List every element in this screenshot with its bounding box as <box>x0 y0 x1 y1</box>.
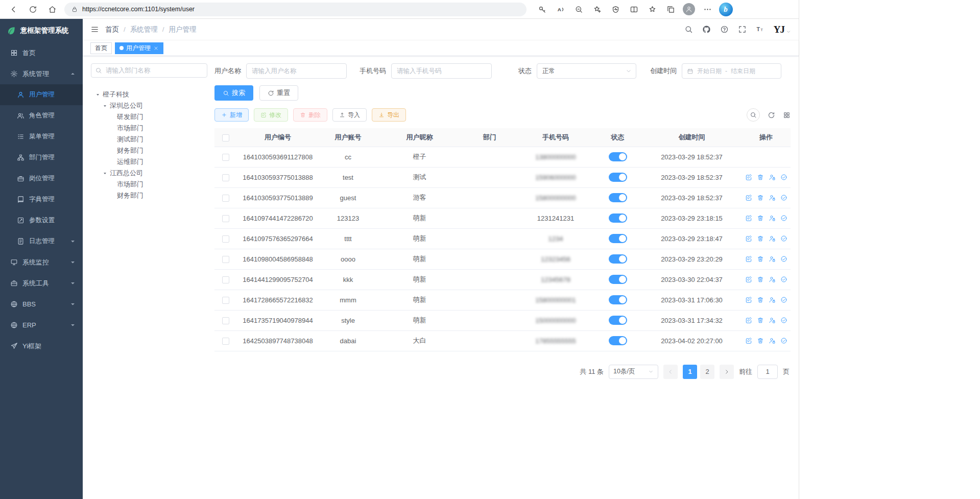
browser-essentials-icon[interactable] <box>606 2 625 17</box>
sidebar-item-部门管理[interactable]: 部门管理 <box>0 147 83 168</box>
delete-icon[interactable] <box>757 255 764 263</box>
row-checkbox[interactable] <box>222 235 229 243</box>
tree-node-市场部门[interactable]: 市场部门 <box>91 179 207 190</box>
export-button[interactable]: 导出 <box>372 108 406 122</box>
reset-button[interactable]: 重置 <box>259 85 298 101</box>
split-screen-icon[interactable] <box>625 2 643 17</box>
edit-icon[interactable] <box>745 194 752 201</box>
github-icon[interactable] <box>702 25 711 34</box>
edit-icon[interactable] <box>745 296 752 303</box>
row-checkbox[interactable] <box>222 256 229 263</box>
tree-node-深圳总公司[interactable]: 深圳总公司 <box>91 100 207 111</box>
question-icon[interactable] <box>720 25 729 34</box>
edit-icon[interactable] <box>745 337 752 344</box>
sidebar-item-首页[interactable]: 首页 <box>0 42 83 63</box>
delete-icon[interactable] <box>757 194 764 201</box>
grid-icon[interactable] <box>783 111 791 119</box>
sidebar-item-岗位管理[interactable]: 岗位管理 <box>0 168 83 189</box>
reset-password-icon[interactable] <box>769 174 776 181</box>
delete-button[interactable]: 删除 <box>293 108 327 122</box>
status-toggle[interactable] <box>609 295 627 304</box>
row-checkbox[interactable] <box>222 215 229 222</box>
add-button[interactable]: 新增 <box>214 108 249 122</box>
delete-icon[interactable] <box>757 337 764 344</box>
delete-icon[interactable] <box>757 296 764 303</box>
tree-node-市场部门[interactable]: 市场部门 <box>91 123 207 134</box>
tree-node-江西总公司[interactable]: 江西总公司 <box>91 168 207 179</box>
tree-node-研发部门[interactable]: 研发部门 <box>91 111 207 123</box>
assign-role-icon[interactable] <box>780 235 787 242</box>
copilot-icon[interactable]: b <box>716 2 735 17</box>
reset-password-icon[interactable] <box>769 255 776 263</box>
reset-password-icon[interactable] <box>769 215 776 222</box>
sidebar-item-用户管理[interactable]: 用户管理 <box>0 84 83 105</box>
status-toggle[interactable] <box>609 234 627 243</box>
goto-page-input[interactable] <box>757 365 778 379</box>
sidebar-item-系统工具[interactable]: 系统工具 <box>0 273 83 294</box>
sidebar-item-系统监控[interactable]: 系统监控 <box>0 252 83 273</box>
next-page-button[interactable] <box>720 365 734 379</box>
prev-page-button[interactable] <box>663 365 678 379</box>
column-header[interactable]: 操作 <box>742 128 791 147</box>
page-number-button[interactable]: 1 <box>683 365 697 379</box>
reset-password-icon[interactable] <box>769 276 776 283</box>
row-checkbox[interactable] <box>222 276 229 283</box>
tree-node-测试部门[interactable]: 测试部门 <box>91 134 207 145</box>
tree-node-财务部门[interactable]: 财务部门 <box>91 190 207 201</box>
fullscreen-icon[interactable] <box>738 25 747 34</box>
row-checkbox[interactable] <box>222 317 229 324</box>
username-input[interactable] <box>246 63 347 79</box>
caret-down-icon[interactable] <box>102 103 108 109</box>
tab-首页[interactable]: 首页 <box>90 42 112 54</box>
row-checkbox[interactable] <box>222 297 229 304</box>
import-button[interactable]: 导入 <box>332 108 367 122</box>
breadcrumb-item[interactable]: 用户管理 <box>169 25 197 34</box>
edit-icon[interactable] <box>745 174 752 181</box>
assign-role-icon[interactable] <box>780 317 787 324</box>
tree-node-橙子科技[interactable]: 橙子科技 <box>91 89 207 100</box>
column-header[interactable]: 用户编号 <box>237 128 319 147</box>
breadcrumb-item[interactable]: 系统管理 <box>130 25 158 34</box>
edit-icon[interactable] <box>745 255 752 263</box>
page-number-button[interactable]: 2 <box>700 365 714 379</box>
search-button[interactable]: 搜索 <box>214 85 253 101</box>
sidebar-item-BBS[interactable]: BBS <box>0 294 83 315</box>
sidebar-item-日志管理[interactable]: 日志管理 <box>0 231 83 252</box>
status-toggle[interactable] <box>609 213 627 223</box>
assign-role-icon[interactable] <box>780 255 787 263</box>
assign-role-icon[interactable] <box>780 337 787 344</box>
sidebar-item-菜单管理[interactable]: 菜单管理 <box>0 126 83 147</box>
delete-icon[interactable] <box>757 235 764 242</box>
column-header[interactable]: 用户账号 <box>319 128 377 147</box>
menu-fold-icon[interactable] <box>90 25 99 34</box>
caret-down-icon[interactable] <box>95 92 101 98</box>
delete-icon[interactable] <box>757 174 764 181</box>
column-header[interactable]: 手机号码 <box>518 128 593 147</box>
status-toggle[interactable] <box>609 336 627 345</box>
column-header[interactable]: 状态 <box>593 128 642 147</box>
collections-icon[interactable] <box>661 2 680 17</box>
tree-node-财务部门[interactable]: 财务部门 <box>91 145 207 156</box>
refresh-icon[interactable] <box>23 2 42 17</box>
sidebar-item-Yi框架[interactable]: Yi框架 <box>0 336 83 357</box>
status-toggle[interactable] <box>609 254 627 264</box>
profile-icon[interactable] <box>680 2 698 17</box>
column-header[interactable]: 创建时间 <box>642 128 742 147</box>
password-key-icon[interactable] <box>533 2 551 17</box>
caret-down-icon[interactable] <box>102 171 108 176</box>
sidebar-item-角色管理[interactable]: 角色管理 <box>0 105 83 126</box>
assign-role-icon[interactable] <box>780 276 787 283</box>
delete-icon[interactable] <box>757 317 764 324</box>
reset-password-icon[interactable] <box>769 194 776 201</box>
assign-role-icon[interactable] <box>780 215 787 222</box>
reset-password-icon[interactable] <box>769 296 776 303</box>
back-icon[interactable] <box>4 2 22 17</box>
row-checkbox[interactable] <box>222 195 229 202</box>
assign-role-icon[interactable] <box>780 194 787 201</box>
phone-input[interactable] <box>391 63 492 79</box>
font-size-icon[interactable]: TT <box>756 25 764 34</box>
assign-role-icon[interactable] <box>780 174 787 181</box>
toggle-search-button[interactable] <box>747 108 760 122</box>
status-toggle[interactable] <box>609 152 627 161</box>
select-all-checkbox[interactable] <box>222 134 229 141</box>
